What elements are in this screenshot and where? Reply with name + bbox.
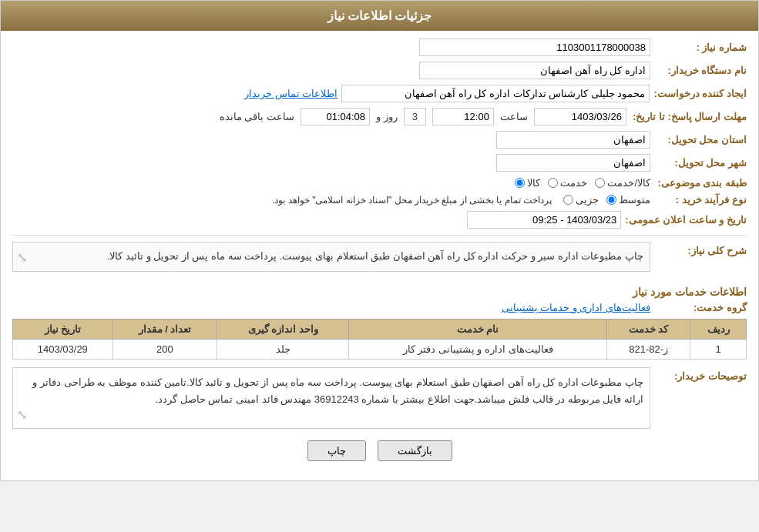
service-table: ردیف کد خدمت نام خدمت واحد اندازه گیری ت… <box>12 319 747 360</box>
description-box: چاپ مطبوعات اداره سیر و حرکت اداره کل را… <box>12 242 650 272</box>
time-label: ساعت <box>500 111 528 122</box>
category-both-label: کالا/خدمت <box>607 177 650 189</box>
page-title: جزئیات اطلاعات نیاز <box>327 9 432 22</box>
buyer-row: نام دستگاه خریدار: <box>12 62 747 79</box>
purchase-note: پرداخت تمام یا بخشی از مبلغ خریدار محل "… <box>272 195 552 206</box>
city-row: شهر محل تحویل: <box>12 154 747 172</box>
category-khedmat-item[interactable]: خدمت <box>548 177 587 189</box>
category-khedmat-label: خدمت <box>560 177 587 189</box>
table-row: 1ز-82-821فعالیت‌های اداره و پشتیبانی دفت… <box>13 339 747 359</box>
announce-label: تاریخ و ساعت اعلان عمومی: <box>625 214 747 226</box>
purchase-type-radio-group: جزیی متوسط <box>563 194 650 206</box>
category-kala-item[interactable]: کالا <box>515 177 540 189</box>
purchase-mota-label: متوسط <box>619 194 650 206</box>
category-radio-group: کالا خدمت کالا/خدمت <box>515 177 650 189</box>
category-kala-radio[interactable] <box>515 178 525 188</box>
deadline-label: مهلت ارسال پاسخ: تا تاریخ: <box>633 111 747 122</box>
announce-input[interactable] <box>467 211 621 229</box>
cell-name: فعالیت‌های اداره و پشتیبانی دفتر کار <box>349 339 607 359</box>
category-khedmat-radio[interactable] <box>548 178 558 188</box>
service-group-label: گروه خدمت: <box>654 302 747 313</box>
province-input[interactable] <box>496 131 650 149</box>
buyer-notes-box: چاپ مطبوعات اداره کل راه آهن اصفهان طبق … <box>12 367 650 429</box>
col-row: ردیف <box>690 319 747 339</box>
purchase-type-row: نوع فرآیند خرید : جزیی متوسط پرداخت تمام… <box>12 194 747 206</box>
page-wrapper: جزئیات اطلاعات نیاز شماره نیاز : نام دست… <box>0 0 759 481</box>
buyer-notes-row: توصیحات خریدار: چاپ مطبوعات اداره کل راه… <box>12 367 747 429</box>
deadline-date-input[interactable] <box>534 108 626 125</box>
description-label: شرح کلی نیاز: <box>654 242 747 256</box>
divider-1 <box>12 235 747 236</box>
col-quantity: تعداد / مقدار <box>113 319 217 339</box>
remaining-label: ساعت باقی مانده <box>220 111 294 122</box>
days-value: 3 <box>404 108 426 125</box>
service-table-body: 1ز-82-821فعالیت‌های اداره و پشتیبانی دفت… <box>13 339 747 359</box>
col-date: تاریخ نیاز <box>13 319 113 339</box>
buyer-notes-label: توصیحات خریدار: <box>654 367 747 382</box>
deadline-row: مهلت ارسال پاسخ: تا تاریخ: ساعت 3 روز و … <box>12 108 747 125</box>
creator-row: ایجاد کننده درخواست: اطلاعات تماس خریدار <box>12 85 747 102</box>
notes-resize-icon: ⤡ <box>17 404 27 425</box>
announce-row: تاریخ و ساعت اعلان عمومی: <box>12 211 747 229</box>
col-code: کد خدمت <box>607 319 690 339</box>
service-group-row: گروه خدمت: فعالیت‌های اداری و خدمات پشتی… <box>12 302 747 313</box>
cell-code: ز-82-821 <box>607 339 690 359</box>
purchase-jozii-item[interactable]: جزیی <box>563 194 599 206</box>
services-section-title: اطلاعات خدمات مورد نیاز <box>12 286 747 298</box>
deadline-time-input[interactable] <box>432 108 494 125</box>
cell-date: 1403/03/29 <box>13 339 113 359</box>
purchase-type-label: نوع فرآیند خرید : <box>654 194 747 206</box>
service-group-link[interactable]: فعالیت‌های اداری و خدمات پشتیبانی <box>502 302 650 313</box>
buyer-input[interactable] <box>419 62 650 79</box>
description-row: شرح کلی نیاز: چاپ مطبوعات اداره سیر و حر… <box>12 242 747 278</box>
province-row: استان محل تحویل: <box>12 131 747 149</box>
purchase-jozii-radio[interactable] <box>563 195 573 205</box>
order-number-row: شماره نیاز : <box>12 38 747 56</box>
buyer-notes-text: چاپ مطبوعات اداره کل راه آهن اصفهان طبق … <box>32 376 643 405</box>
cell-quantity: 200 <box>113 339 217 359</box>
table-header-row: ردیف کد خدمت نام خدمت واحد اندازه گیری ت… <box>13 319 747 339</box>
back-button[interactable]: بازگشت <box>378 440 452 461</box>
cell-unit: جلد <box>217 339 349 359</box>
order-number-input[interactable] <box>419 38 650 56</box>
buyer-label: نام دستگاه خریدار: <box>654 65 747 76</box>
print-button[interactable]: چاپ <box>307 440 366 461</box>
button-row: بازگشت چاپ <box>12 440 747 461</box>
resize-icon: ⤡ <box>17 248 27 268</box>
category-label: طبقه بندی موضوعی: <box>654 177 747 189</box>
purchase-mota-item[interactable]: متوسط <box>606 194 650 206</box>
province-label: استان محل تحویل: <box>654 134 747 146</box>
creator-label: ایجاد کننده درخواست: <box>653 88 747 99</box>
col-unit: واحد اندازه گیری <box>217 319 349 339</box>
category-kala-label: کالا <box>527 177 540 189</box>
creator-input[interactable] <box>341 85 650 102</box>
purchase-mota-radio[interactable] <box>606 195 616 205</box>
order-number-label: شماره نیاز : <box>654 42 747 53</box>
remaining-input[interactable] <box>301 108 370 125</box>
category-row: طبقه بندی موضوعی: کالا خدمت کالا/خدمت <box>12 177 747 189</box>
col-name: نام خدمت <box>349 319 607 339</box>
category-both-radio[interactable] <box>595 178 605 188</box>
city-label: شهر محل تحویل: <box>654 157 747 169</box>
city-input[interactable] <box>496 154 650 172</box>
content-area: شماره نیاز : نام دستگاه خریدار: ایجاد کن… <box>1 31 758 480</box>
page-header: جزئیات اطلاعات نیاز <box>1 1 758 31</box>
cell-row: 1 <box>690 339 747 359</box>
days-label: روز و <box>376 111 398 122</box>
description-text: چاپ مطبوعات اداره سیر و حرکت اداره کل را… <box>107 250 643 262</box>
purchase-jozii-label: جزیی <box>576 194 599 206</box>
contact-link[interactable]: اطلاعات تماس خریدار <box>244 88 338 99</box>
category-both-item[interactable]: کالا/خدمت <box>595 177 650 189</box>
